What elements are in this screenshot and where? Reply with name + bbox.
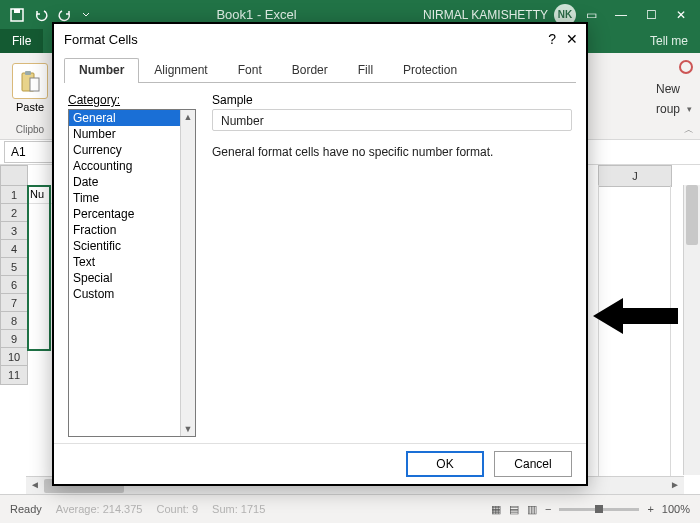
tab-file[interactable]: File [0, 29, 43, 53]
view-page-layout-icon[interactable]: ▤ [509, 503, 519, 516]
row-header-1[interactable]: 1 [0, 185, 28, 205]
category-scrollbar[interactable]: ▲ ▼ [180, 110, 195, 436]
scroll-down-icon[interactable]: ▼ [181, 422, 195, 436]
redo-icon[interactable] [58, 8, 72, 22]
editing-group: New roup [604, 59, 694, 133]
dlg-tab-protection[interactable]: Protection [388, 58, 472, 83]
svg-rect-1 [14, 9, 20, 13]
group-dropdown[interactable]: roup [604, 100, 694, 118]
format-description: General format cells have no specific nu… [212, 145, 572, 159]
dialog-footer: OK Cancel [54, 443, 586, 484]
row-header-10[interactable]: 10 [0, 347, 28, 367]
status-sum-label: Sum: [212, 503, 238, 515]
minimize-icon[interactable]: — [606, 0, 636, 29]
svg-marker-6 [593, 298, 678, 334]
conditional-formatting-icon[interactable] [678, 59, 694, 75]
category-scientific[interactable]: Scientific [69, 238, 195, 254]
clipboard-group: Paste Clipbo [4, 57, 56, 135]
row-header-3[interactable]: 3 [0, 221, 28, 241]
dialog-titlebar[interactable]: Format Cells ? ✕ [54, 24, 586, 54]
format-cells-dialog: Format Cells ? ✕ Number Alignment Font B… [52, 22, 588, 486]
category-number[interactable]: Number [69, 126, 195, 142]
category-special[interactable]: Special [69, 270, 195, 286]
save-icon[interactable] [10, 8, 24, 22]
dialog-close-icon[interactable]: ✕ [566, 31, 578, 47]
svg-rect-3 [25, 71, 31, 75]
svg-point-5 [680, 61, 692, 73]
group-dd-label: roup [656, 100, 680, 118]
row-header-8[interactable]: 8 [0, 311, 28, 331]
qa-dropdown-icon[interactable] [82, 8, 90, 22]
category-custom[interactable]: Custom [69, 286, 195, 302]
svg-rect-4 [30, 78, 39, 91]
scroll-up-icon[interactable]: ▲ [181, 110, 195, 124]
status-ready: Ready [10, 503, 42, 515]
h-scroll-left-icon[interactable]: ◄ [28, 478, 42, 492]
dlg-tab-fill[interactable]: Fill [343, 58, 388, 83]
category-label: Category: [68, 93, 196, 107]
status-sum-value: 1715 [241, 503, 265, 515]
row-header-4[interactable]: 4 [0, 239, 28, 259]
zoom-out-icon[interactable]: − [545, 503, 551, 515]
ok-button[interactable]: OK [406, 451, 484, 477]
selection-border [27, 185, 51, 351]
dialog-body: Category: General Number Currency Accoun… [54, 83, 586, 443]
select-all-corner[interactable] [0, 165, 28, 187]
maximize-icon[interactable]: ☐ [636, 0, 666, 29]
category-text[interactable]: Text [69, 254, 195, 270]
undo-icon[interactable] [34, 8, 48, 22]
status-average-label: Average: [56, 503, 100, 515]
zoom-value[interactable]: 100% [662, 503, 690, 515]
tab-tellme[interactable]: Tell me [638, 29, 700, 53]
zoom-knob[interactable] [595, 505, 603, 513]
category-currency[interactable]: Currency [69, 142, 195, 158]
category-fraction[interactable]: Fraction [69, 222, 195, 238]
category-list[interactable]: General Number Currency Accounting Date … [68, 109, 196, 437]
v-scroll-thumb[interactable] [686, 185, 698, 245]
category-accounting[interactable]: Accounting [69, 158, 195, 174]
zoom-slider[interactable] [559, 508, 639, 511]
view-page-break-icon[interactable]: ▥ [527, 503, 537, 516]
zoom-in-icon[interactable]: + [647, 503, 653, 515]
dialog-title: Format Cells [64, 32, 138, 47]
col-header-j[interactable]: J [598, 165, 672, 187]
new-label: New [656, 80, 680, 98]
collapse-ribbon-icon[interactable]: ︿ [684, 123, 694, 137]
category-general[interactable]: General [69, 110, 195, 126]
clipboard-group-label: Clipbo [0, 124, 60, 135]
user-name: NIRMAL KAMISHETTY [423, 8, 548, 22]
app-background: Book1 - Excel NIRMAL KAMISHETTY NK ▭ — ☐… [0, 0, 700, 523]
paste-icon[interactable] [12, 63, 48, 99]
row-header-9[interactable]: 9 [0, 329, 28, 349]
new-group-button[interactable]: New [604, 80, 694, 98]
statusbar: Ready Average: 214.375 Count: 9 Sum: 171… [0, 494, 700, 523]
h-scroll-right-icon[interactable]: ► [668, 478, 682, 492]
status-count-label: Count: [156, 503, 188, 515]
sample-value: Number [212, 109, 572, 131]
dlg-tab-number[interactable]: Number [64, 58, 139, 83]
category-date[interactable]: Date [69, 174, 195, 190]
app-close-icon[interactable]: ✕ [666, 0, 696, 29]
app-title: Book1 - Excel [90, 7, 423, 22]
annotation-arrow-icon [593, 296, 678, 336]
dlg-tab-border[interactable]: Border [277, 58, 343, 83]
dlg-tab-alignment[interactable]: Alignment [139, 58, 222, 83]
dialog-help-icon[interactable]: ? [548, 31, 556, 47]
row-header-7[interactable]: 7 [0, 293, 28, 313]
dialog-tabs: Number Alignment Font Border Fill Protec… [64, 58, 576, 83]
quick-access-toolbar [4, 8, 90, 22]
status-average-value: 214.375 [103, 503, 143, 515]
row-header-11[interactable]: 11 [0, 365, 28, 385]
cancel-button[interactable]: Cancel [494, 451, 572, 477]
row-header-6[interactable]: 6 [0, 275, 28, 295]
row-header-5[interactable]: 5 [0, 257, 28, 277]
paste-label[interactable]: Paste [16, 101, 44, 113]
dlg-tab-font[interactable]: Font [223, 58, 277, 83]
status-count-value: 9 [192, 503, 198, 515]
category-time[interactable]: Time [69, 190, 195, 206]
vertical-scrollbar[interactable] [683, 185, 700, 475]
view-normal-icon[interactable]: ▦ [491, 503, 501, 516]
row-header-2[interactable]: 2 [0, 203, 28, 223]
sample-label: Sample [212, 93, 572, 107]
category-percentage[interactable]: Percentage [69, 206, 195, 222]
